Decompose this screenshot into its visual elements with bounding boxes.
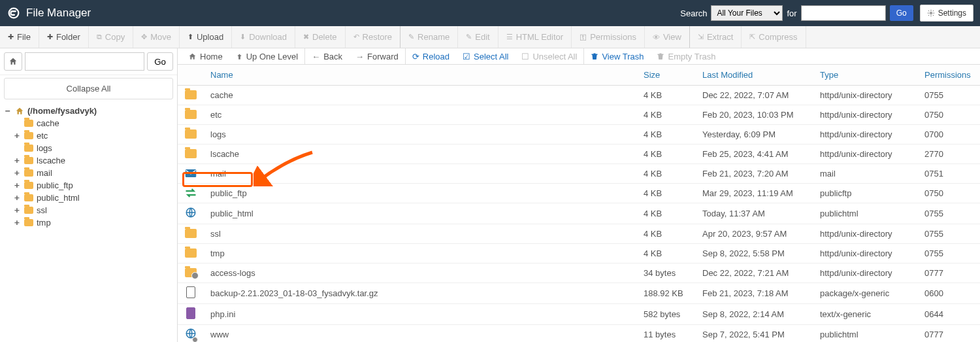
table-row[interactable]: logs4 KBYesterday, 6:09 PMhttpd/unix-dir… bbox=[178, 125, 980, 145]
nav-forward[interactable]: →Forward bbox=[349, 48, 405, 64]
file-permissions: 0755 bbox=[918, 244, 980, 264]
file-type: publichtml bbox=[813, 325, 918, 343]
arrow-left-icon: ← bbox=[312, 52, 320, 61]
file-modified: Feb 20, 2023, 10:03 PM bbox=[696, 105, 813, 125]
expand-icon[interactable]: + bbox=[13, 218, 21, 228]
nav-reload[interactable]: ⟳Reload bbox=[406, 48, 456, 64]
table-row[interactable]: access-logs34 bytesDec 22, 2022, 7:21 AM… bbox=[178, 264, 980, 283]
file-icon-folder bbox=[178, 224, 204, 244]
tree-label: etc bbox=[37, 131, 48, 141]
file-name: cache bbox=[204, 86, 637, 105]
toolbar-file[interactable]: ✚File bbox=[0, 26, 39, 48]
collapse-icon[interactable]: − bbox=[4, 106, 12, 116]
nav-unselect-all[interactable]: ☐Unselect All bbox=[515, 48, 583, 64]
tree-item-public_ftp[interactable]: +public_ftp bbox=[4, 179, 173, 192]
file-permissions: 0644 bbox=[918, 304, 980, 325]
copy-icon: ⧉ bbox=[97, 33, 102, 41]
download-icon: ⬇ bbox=[240, 33, 246, 41]
table-row[interactable]: public_html4 KBToday, 11:37 AMpublichtml… bbox=[178, 203, 980, 224]
tree-home-button[interactable] bbox=[4, 52, 22, 71]
move-icon: ✥ bbox=[141, 33, 147, 41]
annotation-highlight-box bbox=[182, 172, 253, 187]
search-input[interactable] bbox=[801, 5, 886, 21]
file-icon-folder-link bbox=[178, 264, 204, 283]
file-modified: Feb 25, 2023, 4:41 AM bbox=[696, 145, 813, 164]
folder-icon bbox=[24, 207, 34, 214]
folder-icon bbox=[24, 120, 34, 127]
nav-home[interactable]: Home bbox=[182, 48, 229, 64]
col-permissions[interactable]: Permissions bbox=[918, 65, 980, 86]
col-modified[interactable]: Last Modified bbox=[696, 65, 813, 86]
file-type: mail bbox=[813, 164, 918, 184]
tree-item-logs[interactable]: logs bbox=[4, 142, 173, 154]
trash-icon bbox=[591, 52, 598, 61]
table-row[interactable]: ssl4 KBApr 20, 2023, 9:57 AMhttpd/unix-d… bbox=[178, 224, 980, 244]
nav-empty-trash[interactable]: Empty Trash bbox=[650, 48, 722, 64]
toolbar-folder[interactable]: ✚Folder bbox=[39, 26, 89, 48]
expand-icon[interactable]: + bbox=[13, 180, 21, 190]
col-type[interactable]: Type bbox=[813, 65, 918, 86]
table-row[interactable]: public_ftp4 KBMar 29, 2023, 11:19 AMpubl… bbox=[178, 184, 980, 203]
search-scope-select[interactable]: All Your Files bbox=[711, 5, 783, 21]
folder-tree: − (/home/fysadvyk) cache+etclogs+lscache… bbox=[0, 105, 177, 229]
path-input[interactable] bbox=[25, 52, 144, 71]
arrow-up-icon bbox=[236, 52, 243, 61]
nav-view-trash[interactable]: View Trash bbox=[584, 48, 650, 64]
table-row[interactable]: www11 bytesSep 7, 2022, 5:41 PMpublichtm… bbox=[178, 325, 980, 343]
table-row[interactable]: tmp4 KBSep 8, 2022, 5:58 PMhttpd/unix-di… bbox=[178, 244, 980, 264]
file-type: publichtml bbox=[813, 203, 918, 224]
file-name: ssl bbox=[204, 224, 637, 244]
settings-button[interactable]: Settings bbox=[920, 5, 973, 22]
table-row[interactable]: backup-2.21.2023_01-18-03_fysadvyk.tar.g… bbox=[178, 283, 980, 304]
expand-icon[interactable]: + bbox=[13, 168, 21, 178]
expand-icon[interactable]: + bbox=[13, 193, 21, 203]
file-size: 4 KB bbox=[637, 86, 696, 105]
path-go-button[interactable]: Go bbox=[147, 52, 173, 71]
file-size: 4 KB bbox=[637, 244, 696, 264]
file-modified: Dec 22, 2022, 7:07 AM bbox=[696, 86, 813, 105]
table-row[interactable]: mail4 KBFeb 21, 2023, 7:20 AMmail0751 bbox=[178, 164, 980, 184]
arrow-right-icon: → bbox=[355, 52, 364, 61]
file-name: etc bbox=[204, 105, 637, 125]
html-icon: ☰ bbox=[506, 33, 513, 41]
tree-item-cache[interactable]: cache bbox=[4, 117, 173, 129]
toolbar-upload[interactable]: ⬆Upload bbox=[180, 26, 232, 48]
toolbar-restore: ↶Restore bbox=[346, 26, 401, 48]
col-size[interactable]: Size bbox=[637, 65, 696, 86]
col-icon[interactable] bbox=[178, 65, 204, 86]
file-size: 4 KB bbox=[637, 184, 696, 203]
tree-item-etc[interactable]: +etc bbox=[4, 129, 173, 142]
collapse-all-button[interactable]: Collapse All bbox=[4, 78, 173, 99]
toolbar-rename: ✎Rename bbox=[400, 26, 458, 48]
expand-icon[interactable]: + bbox=[13, 156, 21, 165]
expand-icon[interactable]: + bbox=[13, 131, 21, 141]
plus-icon: ✚ bbox=[47, 33, 53, 41]
file-name: php.ini bbox=[204, 304, 637, 325]
home-icon bbox=[8, 57, 18, 66]
toolbar-edit: ✎Edit bbox=[458, 26, 498, 48]
col-name[interactable]: Name bbox=[204, 65, 637, 86]
checkbox-icon: ☑ bbox=[463, 52, 470, 61]
folder-icon bbox=[24, 182, 34, 189]
folder-icon bbox=[24, 169, 34, 177]
left-sidebar: Go Collapse All − (/home/fysadvyk) cache… bbox=[0, 48, 178, 342]
file-icon-globe bbox=[178, 203, 204, 224]
file-modified: Yesterday, 6:09 PM bbox=[696, 125, 813, 145]
tree-item-lscache[interactable]: +lscache bbox=[4, 154, 173, 167]
table-row[interactable]: lscache4 KBFeb 25, 2023, 4:41 AMhttpd/un… bbox=[178, 145, 980, 164]
tree-item-tmp[interactable]: +tmp bbox=[4, 216, 173, 229]
table-row[interactable]: cache4 KBDec 22, 2022, 7:07 AMhttpd/unix… bbox=[178, 86, 980, 105]
table-row[interactable]: etc4 KBFeb 20, 2023, 10:03 PMhttpd/unix-… bbox=[178, 105, 980, 125]
search-go-button[interactable]: Go bbox=[890, 5, 913, 21]
table-row[interactable]: php.ini582 bytesSep 8, 2022, 2:14 AMtext… bbox=[178, 304, 980, 325]
nav-up[interactable]: Up One Level bbox=[229, 48, 305, 64]
tree-item-public_html[interactable]: +public_html bbox=[4, 192, 173, 204]
file-permissions: 0700 bbox=[918, 125, 980, 145]
expand-icon[interactable]: + bbox=[13, 205, 21, 215]
undo-icon: ↶ bbox=[353, 33, 359, 41]
tree-item-mail[interactable]: +mail bbox=[4, 167, 173, 179]
nav-select-all[interactable]: ☑Select All bbox=[456, 48, 515, 64]
nav-back[interactable]: ←Back bbox=[305, 48, 349, 64]
tree-item-ssl[interactable]: +ssl bbox=[4, 204, 173, 216]
tree-root[interactable]: − (/home/fysadvyk) bbox=[4, 105, 173, 117]
